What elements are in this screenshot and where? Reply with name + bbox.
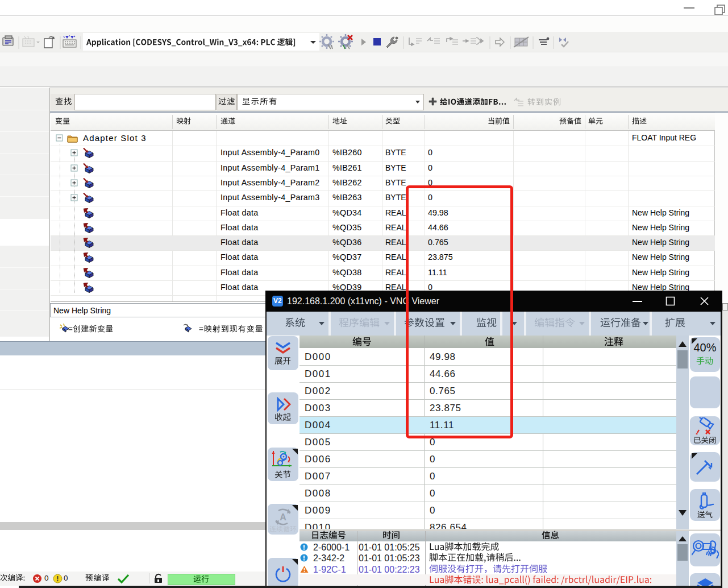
- svg-text:A: A: [280, 512, 286, 522]
